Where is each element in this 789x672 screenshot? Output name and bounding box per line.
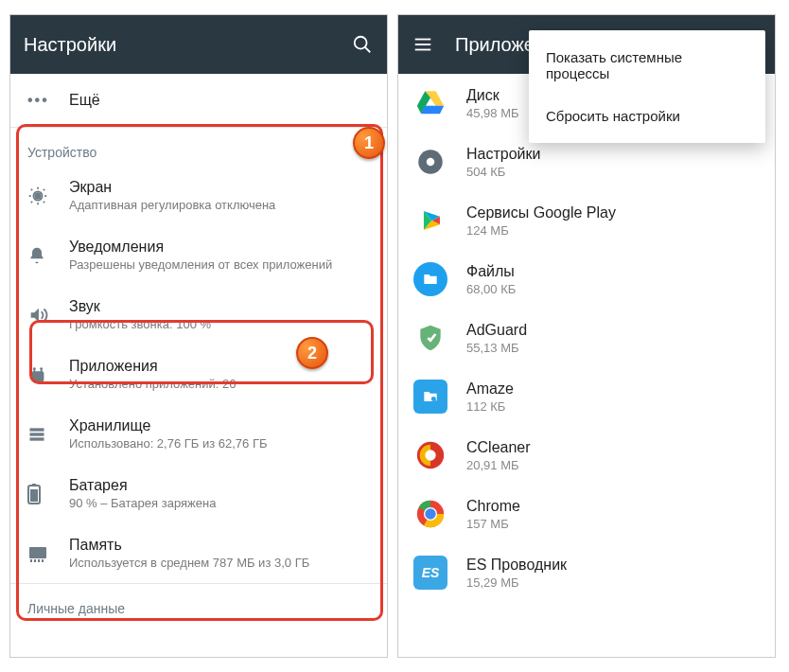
item-sub: 90 % – Батарея заряжена [69,496,370,510]
svg-rect-16 [34,559,36,562]
app-size: 45,98 МБ [466,106,519,120]
settings-content: ••• Ещё Устройство Экран Адаптивная регу… [10,74,387,622]
sound-icon [27,305,61,326]
app-name: Диск [466,87,519,104]
app-row-es[interactable]: ES ES Проводник 15,29 МБ [398,543,775,602]
app-size: 55,13 МБ [466,341,527,355]
app-name: Настройки [466,146,540,163]
svg-rect-10 [30,437,44,440]
svg-rect-3 [32,371,44,381]
app-icon-drive [413,86,447,120]
appbar: Настройки [10,15,387,74]
svg-rect-9 [30,433,44,435]
app-row-amaze[interactable]: Amaze 112 КБ [398,367,775,426]
svg-point-35 [425,450,435,460]
app-icon-settings [413,145,447,179]
display-icon [27,186,61,206]
settings-item-notifications[interactable]: Уведомления Разрешены уведомления от все… [10,225,387,285]
svg-rect-12 [30,489,38,502]
svg-line-33 [435,400,438,403]
app-size: 20,91 МБ [466,458,531,472]
svg-rect-14 [29,547,46,558]
annotation-badge-1: 1 [353,127,385,159]
svg-point-38 [425,508,435,519]
section-header-device: Устройство [10,128,387,166]
app-row-files[interactable]: Файлы 68,00 КБ [398,250,775,309]
search-icon[interactable] [351,33,374,56]
settings-item-display[interactable]: Экран Адаптивная регулировка отключена [10,166,387,225]
page-title: Настройки [24,34,351,56]
app-name: Chrome [466,498,520,515]
item-sub: Использовано: 2,76 ГБ из 62,76 ГБ [69,436,370,451]
settings-item-battery[interactable]: Батарея 90 % – Батарея заряжена [10,464,387,523]
app-size: 68,00 КБ [466,282,516,296]
app-name: Файлы [466,263,516,280]
app-size: 15,29 МБ [466,575,567,590]
settings-item-storage[interactable]: Хранилище Использовано: 2,76 ГБ из 62,76… [10,404,387,464]
app-icon-es: ES [413,556,447,590]
item-sub: Громкость звонка: 100 % [69,317,370,331]
svg-rect-13 [32,484,36,486]
item-title: Звук [69,298,370,315]
memory-icon [27,545,61,562]
app-size: 157 МБ [466,517,520,531]
app-row-adguard[interactable]: AdGuard 55,13 МБ [398,309,775,367]
app-icon-files [413,262,447,296]
apps-list[interactable]: Диск 45,98 МБ Настройки 504 КБ Сервисы G… [398,74,775,602]
app-row-ccleaner[interactable]: CCleaner 20,91 МБ [398,426,775,485]
menu-item-show-system[interactable]: Показать системные процессы [529,36,765,95]
svg-point-0 [355,37,367,49]
item-title: Экран [69,179,370,196]
app-icon-amaze [413,380,447,414]
app-icon-play [413,203,447,238]
svg-rect-18 [42,559,44,562]
more-label: Ещё [69,92,370,109]
app-name: Amaze [466,380,514,398]
hamburger-icon[interactable] [412,33,434,56]
app-size: 112 КБ [466,399,514,414]
app-name: ES Проводник [466,557,567,574]
app-row-chrome[interactable]: Chrome 157 МБ [398,485,775,543]
more-icon: ••• [27,92,49,109]
svg-line-1 [365,47,371,53]
svg-rect-15 [30,559,32,562]
item-sub: Разрешены уведомления от всех приложений [69,257,370,272]
item-sub: Адаптивная регулировка отключена [69,198,370,212]
app-icon-ccleaner [413,438,447,472]
menu-item-reset-prefs[interactable]: Сбросить настройки [529,95,765,137]
settings-item-apps[interactable]: Приложения Установлено приложений: 26 [10,345,387,404]
item-sub: Используется в среднем 787 МБ из 3,0 ГБ [69,556,370,570]
settings-item-memory[interactable]: Память Используется в среднем 787 МБ из … [10,523,387,583]
app-icon-adguard [413,321,447,355]
settings-item-more[interactable]: ••• Ещё [10,74,387,127]
app-name: Сервисы Google Play [466,204,616,221]
app-name: CCleaner [466,439,531,456]
svg-rect-17 [38,559,40,562]
svg-point-26 [427,158,435,167]
app-size: 124 МБ [466,223,616,238]
item-title: Память [69,537,370,554]
apps-screen: Приложе Диск 45,98 МБ Настройки 504 КБ [397,14,776,658]
svg-point-2 [34,192,41,199]
settings-screen: Настройки ••• Ещё Устройство Экран Адапт… [9,14,388,658]
svg-rect-8 [30,428,44,431]
battery-icon [27,484,61,504]
svg-marker-24 [421,106,444,115]
overflow-menu: Показать системные процессы Сбросить нас… [529,30,765,143]
settings-item-sound[interactable]: Звук Громкость звонка: 100 % [10,285,387,345]
app-size: 504 КБ [466,165,540,179]
apps-icon [27,364,61,385]
app-row-play-services[interactable]: Сервисы Google Play 124 МБ [398,191,775,250]
annotation-badge-2: 2 [296,337,328,369]
item-title: Уведомления [69,239,370,256]
item-sub: Установлено приложений: 26 [69,377,370,391]
section-header-personal: Личные данные [10,584,387,622]
item-title: Батарея [69,477,370,494]
app-icon-chrome [413,497,447,531]
item-title: Хранилище [69,417,370,434]
storage-icon [27,425,61,444]
bell-icon [27,246,61,265]
app-name: AdGuard [466,322,527,339]
